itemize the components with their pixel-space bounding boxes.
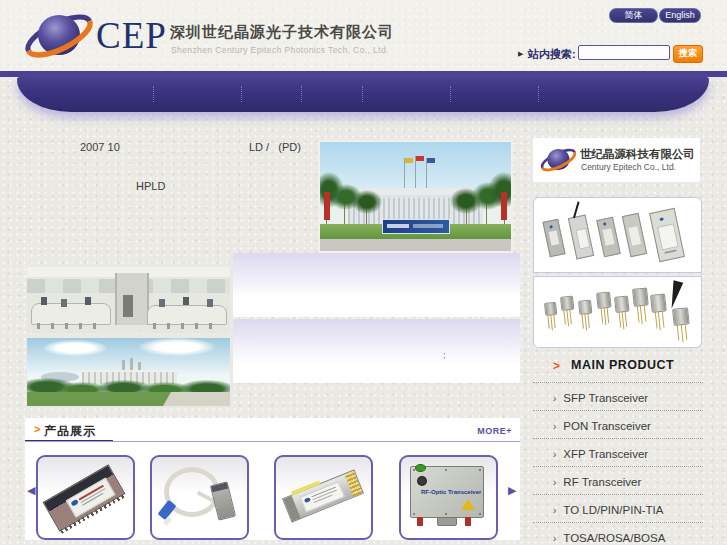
company-building-photo: [318, 140, 513, 253]
menu-item-label: TOSA/ROSA/BOSA: [563, 532, 665, 544]
lang-english-button[interactable]: English: [659, 8, 701, 23]
logo-cep-text: CEP: [96, 14, 167, 57]
news-panel-2: ;: [233, 319, 520, 383]
menu-item-to-ld-pin[interactable]: ›TO LD/PIN/PIN-TIA: [533, 494, 703, 522]
sidebar-product-menu: ›SFP Transceiver ›PON Transceiver ›XFP T…: [533, 382, 703, 545]
main-product-arrow-icon: >: [553, 359, 560, 373]
nav-separator: [241, 86, 242, 102]
sidebar-to-can-photo: [533, 276, 702, 348]
menu-bullet-icon: ›: [553, 421, 556, 432]
nav-separator: [301, 86, 302, 102]
page: CEP 深圳世纪晶源光子技术有限公司 Shenzhen Century Epit…: [0, 0, 727, 545]
menu-item-label: PON Transceiver: [563, 420, 651, 432]
menu-item-pon-transceiver[interactable]: ›PON Transceiver: [533, 410, 703, 438]
company-name-en: Shenzhen Century Epitech Photonics Tech.…: [171, 45, 389, 55]
showcase-title-arrow-icon: >: [34, 423, 40, 435]
menu-item-tosa-rosa-bosa[interactable]: ›TOSA/ROSA/BOSA: [533, 522, 703, 545]
panel-note: ;: [443, 350, 446, 360]
menu-item-rf-transceiver[interactable]: ›RF Transceiver: [533, 466, 703, 494]
menu-bullet-icon: ›: [553, 393, 556, 404]
menu-item-label: SFP Transceiver: [563, 392, 648, 404]
showcase-title: 产品展示: [44, 423, 96, 440]
menu-item-label: XFP Transceiver: [563, 448, 648, 460]
sidebar-company-en: Century Epitech Co., Ltd.: [581, 162, 676, 172]
rf-box-label: RF-Optic Transceiver: [421, 489, 477, 498]
sidebar-company-logo[interactable]: 世纪晶源科技有限公司 Century Epitech Co., Ltd.: [533, 138, 700, 182]
globe-logo-small-icon: [539, 144, 579, 176]
carousel-item-rf[interactable]: RF-Optic Transceiver: [399, 455, 498, 540]
news-line2: HPLD: [136, 180, 165, 192]
main-navigation-bar[interactable]: [17, 77, 709, 112]
company-logo[interactable]: [22, 9, 98, 63]
campus-aerial-photo: [27, 338, 230, 406]
nav-separator: [153, 86, 154, 102]
menu-item-sfp-transceiver[interactable]: ›SFP Transceiver: [533, 382, 703, 410]
news-panel-1: [233, 253, 520, 317]
carousel-next-button[interactable]: ▶: [508, 484, 516, 497]
nav-separator: [450, 86, 451, 102]
globe-logo-icon: [22, 9, 98, 63]
carousel-prev-button[interactable]: ◀: [27, 484, 35, 497]
menu-bullet-icon: ›: [553, 477, 556, 488]
cleanroom-lab-photo: [27, 267, 230, 333]
more-link[interactable]: MORE+: [477, 426, 512, 436]
menu-item-label: TO LD/PIN/PIN-TIA: [563, 504, 663, 516]
menu-bullet-icon: ›: [553, 533, 556, 544]
menu-item-label: RF Transceiver: [563, 476, 641, 488]
lang-simplified-button[interactable]: 简体: [609, 8, 658, 23]
nav-separator: [362, 86, 363, 102]
news-line1-topic: LD / (PD): [249, 141, 301, 153]
carousel-item-xfp[interactable]: [274, 455, 373, 540]
company-name-cn: 深圳世纪晶源光子技术有限公司: [170, 23, 394, 42]
carousel-item-patchcord[interactable]: [150, 455, 249, 540]
site-search-label: 站内搜索:: [528, 47, 576, 62]
site-search-input[interactable]: [578, 45, 670, 60]
nav-separator: [538, 86, 539, 102]
menu-item-xfp-transceiver[interactable]: ›XFP Transceiver: [533, 438, 703, 466]
main-product-title: MAIN PRODUCT: [571, 358, 674, 372]
search-pointer-icon: ▶: [518, 50, 523, 58]
search-button[interactable]: 搜索: [673, 45, 703, 63]
product-showcase-section: > 产品展示 MORE+ ◀ ▶: [25, 418, 520, 540]
sidebar-sfp-modules-photo: [533, 197, 702, 273]
news-line1-date: 2007 10: [80, 141, 120, 153]
carousel-item-sfp[interactable]: [36, 455, 135, 540]
menu-bullet-icon: ›: [553, 505, 556, 516]
menu-bullet-icon: ›: [553, 449, 556, 460]
section-divider: [25, 441, 520, 442]
sidebar-company-cn: 世纪晶源科技有限公司: [580, 147, 695, 162]
